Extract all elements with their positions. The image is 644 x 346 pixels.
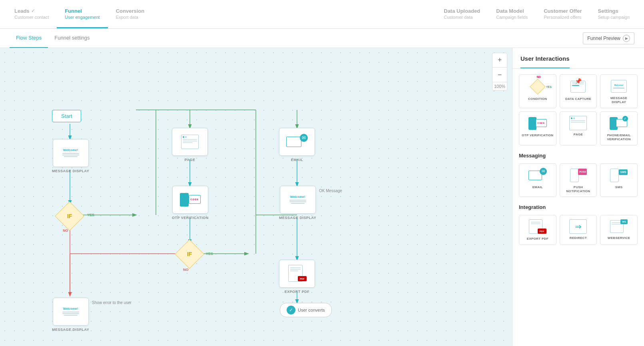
user-converts-node[interactable]: ✓ User converts xyxy=(280,303,332,317)
data-capture-label: DATA CAPTURE xyxy=(565,97,591,101)
user-interactions-section: NO YES CONDITION 📌 xyxy=(512,69,644,147)
message-display-node-1[interactable]: Welcome! MESSAGE DISPLAY xyxy=(52,139,89,173)
page-node[interactable]: PAGE xyxy=(172,128,208,162)
sidebar: User Interactions NO YES CONDITION xyxy=(512,48,644,346)
nav-item-data-model[interactable]: Data Model Campaign fields xyxy=(488,0,536,28)
nav-sub-data-uploaded: Customer data xyxy=(444,15,480,20)
nav-item-data-uploaded[interactable]: Data Uploaded Customer data xyxy=(436,0,488,28)
nav-item-conversion[interactable]: Conversion Export data xyxy=(108,0,153,28)
nav-sub-conversion: Export data xyxy=(116,15,145,20)
nav-sub-data-model: Campaign fields xyxy=(496,15,528,20)
nav-title-settings: Settings xyxy=(598,8,630,14)
nav-title-customer-offer: Customer Offer xyxy=(544,8,582,14)
if1-no-label: NO xyxy=(63,229,68,233)
push-notification-label: PUSH NOTIFICATION xyxy=(562,185,594,194)
nav-item-customer-offer[interactable]: Customer Offer Personalized offers xyxy=(536,0,590,28)
check-icon-leads: ✓ xyxy=(31,8,35,14)
export-pdf-node[interactable]: PDF EXPORT PDF xyxy=(279,260,315,294)
nav-item-settings[interactable]: Settings Setup campaign xyxy=(590,0,638,28)
zoom-level-display: 100% xyxy=(492,82,507,90)
nav-title-conversion: Conversion xyxy=(116,8,145,14)
tab-funnel-settings[interactable]: Funnel settings xyxy=(48,29,96,48)
nav-title-data-uploaded: Data Uploaded xyxy=(444,8,480,14)
sidebar-item-email[interactable]: ✉ EMAIL xyxy=(519,163,556,197)
zoom-in-button[interactable]: + xyxy=(492,53,507,68)
nav-sub-leads: Customer contact xyxy=(14,15,49,20)
zoom-controls: + − 100% xyxy=(492,53,507,91)
sidebar-item-webservice[interactable]: WS WEBSERVICE xyxy=(600,215,638,245)
otp-verification-label: OTP VERIFICATION xyxy=(522,133,553,137)
nav-title-funnel: Funnel xyxy=(65,8,100,14)
start-node[interactable]: Start xyxy=(52,110,81,122)
email-label: EMAIL xyxy=(532,185,543,189)
main-layout: Start Welcome! MESSAGE DISPLAY IF YES NO xyxy=(0,48,644,346)
funnel-preview-button[interactable]: Funnel Preview ▶ xyxy=(583,32,634,44)
sidebar-item-export-pdf[interactable]: PDF EXPORT PDF xyxy=(519,215,556,245)
play-icon: ▶ xyxy=(623,35,630,42)
if2-yes-label: YES xyxy=(206,252,213,256)
if-node-1[interactable]: IF xyxy=(59,206,80,227)
top-nav: Leads ✓ Customer contact Funnel User eng… xyxy=(0,0,644,29)
ok-message-label: OK Message xyxy=(319,189,342,193)
integration-section-title: Integration xyxy=(519,204,638,210)
messaging-section-title: Messaging xyxy=(519,153,638,159)
zoom-out-button[interactable]: − xyxy=(492,68,507,82)
nav-sub-settings: Setup campaign xyxy=(598,15,630,20)
sidebar-item-push-notification[interactable]: PUSH PUSH NOTIFICATION xyxy=(560,163,597,197)
export-pdf-label: EXPORT PDF xyxy=(527,237,548,241)
phone-email-verification-label: PHONE/EMAIL VERIFICATION xyxy=(603,133,635,142)
condition-label: CONDITION xyxy=(528,97,547,101)
sidebar-item-redirect[interactable]: ⇒ REDIRECT xyxy=(560,215,597,245)
sidebar-item-otp-verification[interactable]: CODE OTP VERIFICATION xyxy=(519,111,556,145)
sidebar-item-data-capture[interactable]: 📌 DATA CAPTURE xyxy=(560,74,597,108)
message-display-node-2[interactable]: Welcome! MESSAGE DISPLAY xyxy=(279,186,316,220)
canvas-area[interactable]: Start Welcome! MESSAGE DISPLAY IF YES NO xyxy=(0,48,512,346)
sidebar-item-page[interactable]: PAGE xyxy=(560,111,597,145)
sidebar-item-condition[interactable]: NO YES CONDITION xyxy=(519,74,556,108)
message-display-label: MESSAGE DISPLAY xyxy=(603,96,635,105)
messaging-section: Messaging ✉ EMAIL PUSH PUSH NOTI xyxy=(512,147,644,199)
email-node[interactable]: ✉ EMAIL xyxy=(279,128,315,162)
nav-item-funnel[interactable]: Funnel User engagement xyxy=(57,0,108,28)
nav-title-leads: Leads xyxy=(14,8,30,14)
sidebar-item-sms[interactable]: SMS SMS xyxy=(600,163,638,197)
redirect-label: REDIRECT xyxy=(570,236,587,240)
nav-sub-customer-offer: Personalized offers xyxy=(544,15,582,20)
nav-sub-funnel: User engagement xyxy=(65,15,100,20)
nav-title-data-model: Data Model xyxy=(496,8,528,14)
if1-yes-label: YES xyxy=(87,213,94,217)
integration-section: Integration PDF EXPORT PDF ⇒ xyxy=(512,199,644,246)
webservice-label: WEBSERVICE xyxy=(608,236,630,240)
if-node-2[interactable]: IF xyxy=(179,244,200,264)
tab-flow-steps[interactable]: Flow Steps xyxy=(10,29,48,48)
show-error-label: Show error to the user xyxy=(92,300,132,305)
otp-verification-node[interactable]: CODE OTP VERIFICATION xyxy=(172,186,209,220)
sms-label: SMS xyxy=(615,185,622,189)
sidebar-item-phone-email-verification[interactable]: ✓ PHONE/EMAIL VERIFICATION xyxy=(600,111,638,145)
tabs-bar: Flow Steps Funnel settings Funnel Previe… xyxy=(0,29,644,48)
message-display-node-3[interactable]: Welcome! MESSAGE DISPLAY xyxy=(52,298,89,332)
if2-no-label: NO xyxy=(183,268,189,272)
sidebar-title: User Interactions xyxy=(520,55,570,68)
nav-item-leads[interactable]: Leads ✓ Customer contact xyxy=(6,0,57,28)
page-label: PAGE xyxy=(574,133,583,137)
sidebar-item-message-display[interactable]: Welcome! MESSAGE DISPLAY xyxy=(600,74,638,108)
